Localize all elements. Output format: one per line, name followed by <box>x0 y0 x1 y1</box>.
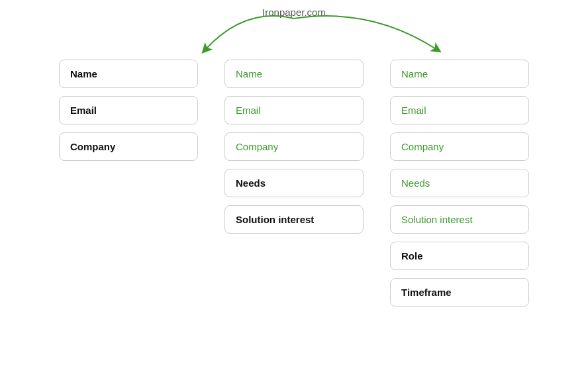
col2-name-field: Name <box>224 60 364 88</box>
col3-needs-field: Needs <box>390 169 529 197</box>
col2-email-field: Email <box>224 96 364 124</box>
col2-solution-interest-field: Solution interest <box>224 205 364 234</box>
col3-email-field: Email <box>390 96 529 124</box>
col3-role-field: Role <box>390 242 529 270</box>
arrows-svg <box>0 0 588 60</box>
col3-company-field: Company <box>390 132 529 161</box>
col3-name-field: Name <box>390 60 529 88</box>
col2-needs-field: Needs <box>224 169 364 197</box>
col1-email-field: Email <box>59 96 198 124</box>
col3-solution-interest-field: Solution interest <box>390 205 529 234</box>
column-1: Name Email Company <box>59 60 198 161</box>
column-2: Name Email Company Needs Solution intere… <box>224 60 364 234</box>
column-3: Name Email Company Needs Solution intere… <box>390 60 529 307</box>
col2-company-field: Company <box>224 132 364 161</box>
col1-name-field: Name <box>59 60 198 88</box>
arrow-area: Ironpaper.com <box>0 0 588 60</box>
col3-timeframe-field: Timeframe <box>390 278 529 307</box>
col1-company-field: Company <box>59 132 198 161</box>
columns-container: Name Email Company Name Email Company Ne… <box>0 60 588 307</box>
main-container: Ironpaper.com Name Email Company Name Em… <box>0 0 588 378</box>
